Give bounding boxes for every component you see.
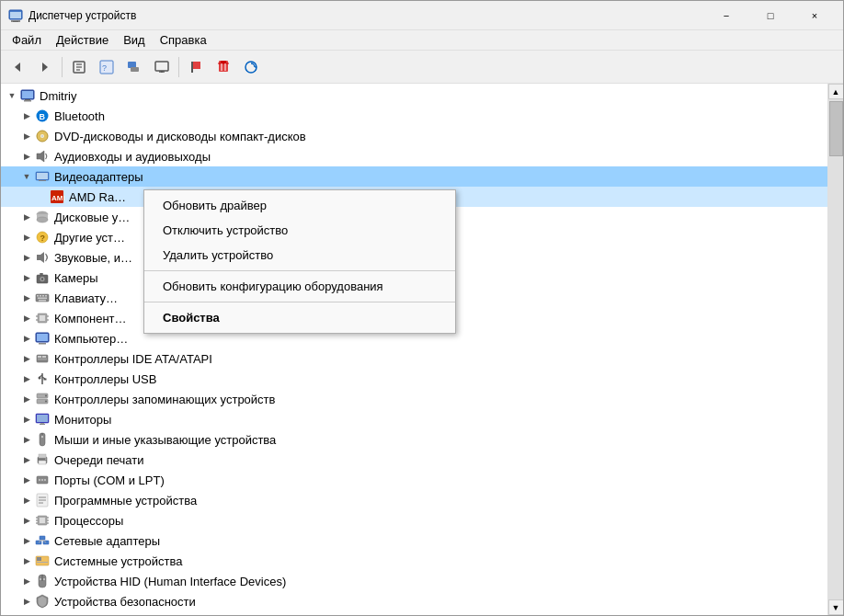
expand-prog[interactable]: ▶ — [19, 493, 34, 508]
expand-print[interactable]: ▶ — [19, 452, 34, 467]
expand-hid[interactable]: ▶ — [19, 574, 34, 588]
menu-action[interactable]: Действие — [49, 31, 116, 49]
forward-button[interactable] — [32, 54, 58, 80]
item-label-video: Видеоадаптеры — [54, 170, 143, 184]
tree-root[interactable]: ▼ Dmitriy — [1, 86, 827, 106]
device-tree[interactable]: ▼ Dmitriy ▶ B — [1, 84, 827, 615]
expand-computer[interactable]: ▶ — [19, 331, 34, 346]
tree-item-proc[interactable]: ▶ Процессоры — [1, 510, 827, 530]
expand-amd — [34, 189, 49, 204]
ctx-update-driver[interactable]: Обновить драйвер — [144, 193, 455, 218]
minimize-button[interactable]: − — [705, 2, 747, 29]
tree-item-port[interactable]: ▶ Порты (COM и LPT) — [1, 470, 827, 490]
svg-point-43 — [37, 217, 48, 222]
tree-item-bluetooth[interactable]: ▶ B Bluetooth — [1, 106, 827, 126]
properties-button[interactable] — [66, 54, 92, 80]
maximize-button[interactable]: □ — [749, 2, 792, 29]
svg-rect-66 — [39, 343, 46, 345]
tree-item-ide[interactable]: ▶ Контроллеры IDE ATA/ATAPI — [1, 348, 827, 369]
svg-rect-3 — [13, 21, 18, 22]
item-label-camera: Камеры — [54, 271, 98, 285]
update-driver-button[interactable]: ? — [94, 54, 120, 80]
scan-button[interactable] — [238, 54, 264, 80]
port-icon — [34, 472, 51, 488]
close-button[interactable]: × — [793, 2, 836, 29]
svg-rect-81 — [37, 415, 48, 422]
expand-disk[interactable]: ▶ — [19, 210, 34, 224]
ctx-update-hardware[interactable]: Обновить конфигурацию оборудования — [144, 274, 455, 299]
expand-keyboard[interactable]: ▶ — [19, 291, 34, 305]
toolbar-sep-2 — [178, 57, 179, 77]
scrollbar[interactable]: ▲ ▼ — [827, 84, 843, 615]
menu-view[interactable]: Вид — [116, 31, 153, 49]
tree-item-usb[interactable]: ▶ Контроллеры USB — [1, 369, 827, 389]
menu-file[interactable]: Файл — [5, 31, 49, 49]
ctx-disable-device[interactable]: Отключить устройство — [144, 218, 455, 243]
expand-root[interactable]: ▼ — [5, 88, 19, 103]
mouse-icon — [34, 431, 51, 448]
expand-component[interactable]: ▶ — [19, 311, 34, 325]
svg-rect-23 — [221, 61, 226, 63]
display-button[interactable] — [149, 54, 175, 80]
item-label-amd: AMD Ra… — [69, 190, 126, 204]
tree-item-prog[interactable]: ▶ Программные устройства — [1, 490, 827, 510]
svg-point-49 — [41, 278, 43, 279]
sys-icon — [34, 553, 51, 569]
expand-dvd[interactable]: ▶ — [19, 129, 34, 143]
tree-item-storage[interactable]: ▶ Контроллеры запоминающих устройств — [1, 389, 827, 409]
tree-item-mouse[interactable]: ▶ Мыши и иные указывающие устройства — [1, 429, 827, 450]
expand-port[interactable]: ▶ — [19, 473, 34, 487]
tree-item-sys[interactable]: ▶ Системные устройства — [1, 551, 827, 571]
item-label-mouse: Мыши и иные указывающие устройства — [54, 433, 276, 447]
tree-item-hid[interactable]: ▶ Устройства HID (Human Interface Device… — [1, 571, 827, 591]
ctx-sep-1 — [144, 270, 455, 271]
expand-storage[interactable]: ▶ — [19, 392, 34, 406]
expand-sec[interactable]: ▶ — [19, 594, 34, 609]
svg-rect-69 — [42, 356, 46, 358]
scroll-down-arrow[interactable]: ▼ — [828, 599, 844, 615]
remove-button[interactable] — [211, 54, 236, 80]
tree-item-monitor[interactable]: ▶ Мониторы — [1, 409, 827, 429]
expand-mouse[interactable]: ▶ — [19, 432, 34, 447]
expand-sys[interactable]: ▶ — [19, 553, 34, 568]
scroll-up-arrow[interactable]: ▲ — [828, 84, 844, 99]
sound-icon — [34, 249, 51, 266]
expand-camera[interactable]: ▶ — [19, 270, 34, 285]
svg-rect-28 — [24, 100, 31, 102]
expand-usb[interactable]: ▶ — [19, 371, 34, 386]
ctx-sep-2 — [144, 302, 455, 302]
content-area: ▼ Dmitriy ▶ B — [1, 84, 843, 615]
expand-audio[interactable]: ▶ — [19, 149, 34, 164]
tree-item-audio[interactable]: ▶ Аудиовходы и аудиовыходы — [1, 146, 827, 166]
ctx-remove-device[interactable]: Удалить устройство — [144, 243, 455, 268]
svg-point-92 — [41, 479, 43, 481]
expand-proc[interactable]: ▶ — [19, 513, 34, 528]
expand-monitor[interactable]: ▶ — [19, 412, 34, 427]
prog-icon — [34, 492, 51, 508]
item-label-port: Порты (COM и LPT) — [54, 473, 165, 487]
scroll-track[interactable] — [828, 99, 844, 599]
expand-video[interactable]: ▼ — [19, 169, 34, 184]
expand-other[interactable]: ▶ — [19, 230, 34, 245]
expand-sound[interactable]: ▶ — [19, 250, 34, 265]
tree-item-net[interactable]: ▶ Сетевые адаптеры — [1, 530, 827, 551]
back-button[interactable] — [5, 54, 30, 80]
flag-button[interactable] — [183, 54, 209, 80]
video-icon — [34, 168, 51, 185]
show-all-button[interactable] — [121, 54, 147, 80]
svg-rect-83 — [40, 423, 44, 424]
tree-item-video[interactable]: ▼ Видеоадаптеры — [1, 166, 827, 187]
expand-ide[interactable]: ▶ — [19, 351, 34, 366]
menu-help[interactable]: Справка — [153, 31, 214, 49]
expand-bluetooth[interactable]: ▶ — [19, 108, 34, 123]
expand-net[interactable]: ▶ — [19, 533, 34, 548]
tree-item-sec[interactable]: ▶ Устройства безопасности — [1, 591, 827, 611]
tree-item-dvd[interactable]: ▶ DVD-дисководы и дисководы компакт-диск… — [1, 126, 827, 146]
tree-item-print[interactable]: ▶ Очереди печати — [1, 450, 827, 470]
scroll-thumb[interactable] — [829, 101, 843, 156]
ctx-properties[interactable]: Свойства — [144, 305, 455, 330]
svg-point-91 — [39, 479, 40, 481]
item-label-sec: Устройства безопасности — [54, 595, 196, 609]
svg-rect-53 — [40, 295, 41, 297]
svg-rect-27 — [22, 91, 33, 98]
